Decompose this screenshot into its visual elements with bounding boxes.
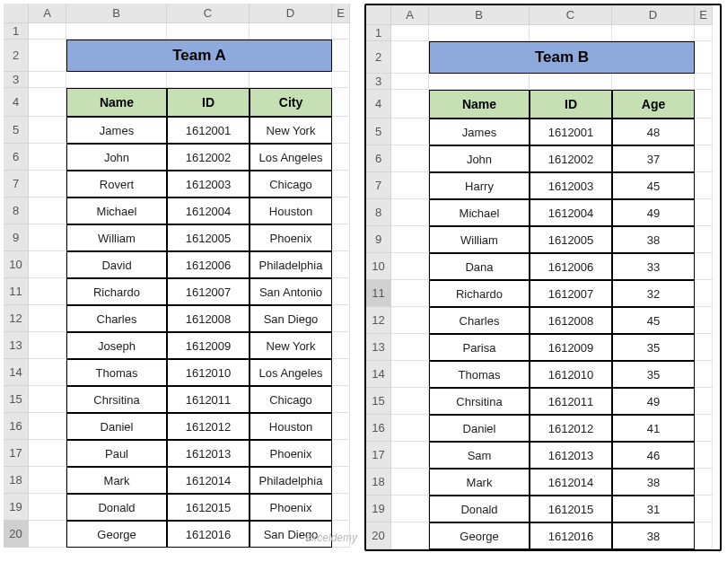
cell[interactable] [391,442,429,469]
team-b-title[interactable]: Team B [429,41,695,74]
row-hdr-4[interactable]: 4 [366,90,391,118]
cell[interactable] [695,199,713,226]
table-cell[interactable]: Chrsitina [66,386,167,413]
cell[interactable] [332,197,350,224]
row-hdr-19[interactable]: 19 [366,496,391,522]
table-cell[interactable]: 1612003 [167,171,250,197]
cell[interactable] [167,72,250,88]
table-cell[interactable]: Daniel [66,413,167,440]
table-cell[interactable]: David [66,251,167,278]
row-hdr-2[interactable]: 2 [4,39,29,72]
cell[interactable] [612,74,695,90]
cell[interactable] [332,171,350,197]
cell[interactable] [29,386,66,413]
cell[interactable] [29,23,66,39]
table-cell[interactable]: 38 [612,522,695,549]
cell[interactable] [29,359,66,386]
table-cell[interactable]: Chicago [250,386,332,413]
cell[interactable] [29,278,66,305]
cell[interactable] [332,23,350,39]
row-hdr-14[interactable]: 14 [366,361,391,388]
cell[interactable] [391,334,429,361]
cell[interactable] [29,197,66,224]
cell[interactable] [530,74,612,90]
table-cell[interactable]: Houston [250,197,332,224]
table-cell[interactable]: Thomas [429,361,530,388]
table-cell[interactable]: Rovert [66,171,167,197]
team-a-title[interactable]: Team A [66,39,332,72]
table-cell[interactable]: Mark [66,467,167,494]
cell[interactable] [250,23,332,39]
row-hdr-12[interactable]: 12 [4,305,29,332]
table-cell[interactable]: 35 [612,361,695,388]
table-cell[interactable]: 35 [612,334,695,361]
row-hdr-8[interactable]: 8 [4,197,29,224]
row-hdr-1[interactable]: 1 [366,25,391,41]
row-hdr-12[interactable]: 12 [366,307,391,334]
table-hdr-age[interactable]: Age [612,90,695,118]
table-cell[interactable]: 1612013 [167,440,250,467]
table-cell[interactable]: 37 [612,145,695,172]
cell[interactable] [391,469,429,496]
table-cell[interactable]: Donald [66,494,167,521]
table-cell[interactable]: 1612006 [167,251,250,278]
table-cell[interactable]: Dana [429,253,530,280]
row-hdr-16[interactable]: 16 [4,413,29,440]
col-hdr-c[interactable]: C [530,5,612,25]
table-cell[interactable]: 1612010 [530,361,612,388]
table-cell[interactable]: 1612010 [167,359,250,386]
cell[interactable] [391,41,429,74]
table-cell[interactable]: 1612002 [167,144,250,171]
table-cell[interactable]: Michael [66,197,167,224]
col-hdr-b[interactable]: B [66,4,167,23]
row-hdr-6[interactable]: 6 [366,145,391,172]
table-cell[interactable]: 1612006 [530,253,612,280]
cell[interactable] [332,117,350,144]
table-cell[interactable]: 1612004 [530,199,612,226]
cell[interactable] [695,41,713,74]
table-cell[interactable]: Chicago [250,171,332,197]
row-hdr-7[interactable]: 7 [366,172,391,199]
cell[interactable] [391,280,429,307]
table-cell[interactable]: 1612008 [167,305,250,332]
row-hdr-10[interactable]: 10 [366,253,391,280]
row-hdr-9[interactable]: 9 [366,226,391,253]
col-hdr-c[interactable]: C [167,4,250,23]
cell[interactable] [332,494,350,521]
cell[interactable] [391,118,429,145]
table-hdr-id[interactable]: ID [530,90,612,118]
table-cell[interactable]: 1612007 [167,278,250,305]
table-cell[interactable]: 41 [612,415,695,442]
table-cell[interactable]: 1612001 [530,118,612,145]
table-cell[interactable]: 45 [612,307,695,334]
corner[interactable] [366,5,391,25]
col-hdr-b[interactable]: B [429,5,530,25]
table-cell[interactable]: 45 [612,172,695,199]
row-hdr-20[interactable]: 20 [366,522,391,549]
corner[interactable] [4,4,29,23]
cell[interactable] [695,522,713,549]
cell[interactable] [332,144,350,171]
col-hdr-e[interactable]: E [332,4,350,23]
table-cell[interactable]: Daniel [429,415,530,442]
cell[interactable] [332,224,350,251]
row-hdr-16[interactable]: 16 [366,415,391,442]
table-cell[interactable]: Los Angeles [250,144,332,171]
cell[interactable] [29,144,66,171]
table-cell[interactable]: Chrsitina [429,388,530,415]
table-cell[interactable]: 31 [612,496,695,522]
table-hdr-name[interactable]: Name [66,88,167,117]
table-cell[interactable]: Joseph [66,332,167,359]
table-cell[interactable]: George [66,521,167,548]
table-cell[interactable]: Houston [250,413,332,440]
cell[interactable] [29,72,66,88]
cell[interactable] [695,90,713,118]
cell[interactable] [695,361,713,388]
cell[interactable] [391,74,429,90]
cell[interactable] [29,413,66,440]
table-cell[interactable]: William [66,224,167,251]
table-cell[interactable]: James [429,118,530,145]
table-cell[interactable]: Charles [66,305,167,332]
table-cell[interactable]: 48 [612,118,695,145]
cell[interactable] [29,224,66,251]
